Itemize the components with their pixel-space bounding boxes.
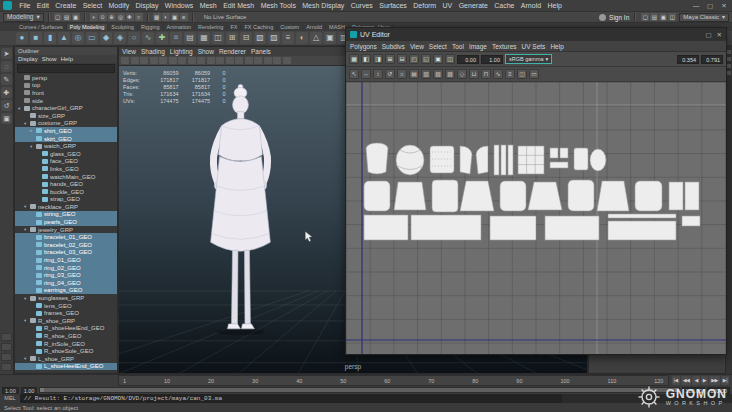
menu-item[interactable]: Create bbox=[52, 2, 79, 9]
uv-menu-item[interactable]: Subdivs bbox=[382, 43, 405, 50]
viewport-menu-item[interactable]: Renderer bbox=[219, 48, 246, 55]
uv-tool-icon[interactable]: ↖ bbox=[349, 69, 359, 79]
menu-set-dropdown[interactable]: Modeling ▾ bbox=[3, 13, 44, 22]
render-icon[interactable]: ◐ bbox=[162, 13, 170, 21]
menu-item[interactable]: Modify bbox=[105, 2, 132, 9]
playback-button[interactable]: ◀◀ bbox=[681, 376, 692, 385]
uv-tool-icon[interactable]: ∿ bbox=[493, 69, 503, 79]
uv-tool-icon[interactable]: ◫ bbox=[517, 69, 527, 79]
menu-item[interactable]: Cache bbox=[491, 2, 518, 9]
time-slider-track[interactable]: 1102030405060708090100110120 bbox=[118, 375, 669, 386]
outliner-row[interactable]: buckle_GEO bbox=[15, 188, 117, 196]
outliner-row[interactable]: R_shoeHeelEnd_GEO bbox=[15, 325, 117, 333]
range-slider-track[interactable] bbox=[39, 387, 680, 393]
uv-display-icon[interactable]: ◫ bbox=[445, 54, 455, 64]
outliner-row[interactable]: R_inSole_GEO bbox=[15, 340, 117, 348]
outliner-row[interactable]: glass_GEO bbox=[15, 150, 117, 158]
toolbox-tool-icon[interactable]: ▣ bbox=[1, 113, 12, 124]
uv-display-icon[interactable]: ▣ bbox=[433, 54, 443, 64]
outliner-row[interactable]: bracelet_02_GEO bbox=[15, 241, 117, 249]
snap-icon[interactable]: ⊕ bbox=[108, 13, 116, 21]
viewport-toolbar-icon[interactable] bbox=[226, 57, 234, 64]
viewport-toolbar-icon[interactable] bbox=[169, 57, 177, 64]
viewport-toolbar-icon[interactable] bbox=[264, 57, 272, 64]
outliner-menu-item[interactable]: Help bbox=[61, 56, 73, 62]
menu-item[interactable]: Mesh Display bbox=[299, 2, 347, 9]
shelf-tab[interactable]: Arnold bbox=[303, 24, 326, 30]
live-surface-status[interactable]: No Live Surface bbox=[204, 14, 247, 20]
toolbox-tool-icon[interactable]: ✚ bbox=[1, 87, 12, 98]
shelf-tab[interactable]: Rigging bbox=[138, 24, 164, 30]
shelf-tab[interactable]: Custom bbox=[277, 24, 303, 30]
render-icon[interactable]: ▦ bbox=[153, 13, 161, 21]
playback-button[interactable]: ◀ bbox=[692, 376, 699, 385]
shelf-tab[interactable]: FX bbox=[227, 24, 241, 30]
status-file-icon[interactable]: ▣ bbox=[72, 13, 80, 21]
exposure-field[interactable]: 0.00 bbox=[457, 55, 479, 64]
toolbox-tool-icon[interactable]: ◌ bbox=[1, 61, 12, 72]
uv-display-icon[interactable]: ▦ bbox=[349, 54, 359, 64]
menu-item[interactable]: Windows bbox=[162, 2, 197, 9]
shelf-tool-icon[interactable]: ⊞ bbox=[226, 32, 238, 44]
status-icon[interactable]: ◫ bbox=[668, 13, 676, 21]
outliner-search-input[interactable] bbox=[18, 65, 114, 72]
outliner-row[interactable]: ring_03_GEO bbox=[15, 271, 117, 279]
command-result-text[interactable]: // Result: E:/storage/GNOMON/DVD/project… bbox=[20, 394, 562, 403]
shelf-tab[interactable]: Sculpting bbox=[108, 24, 138, 30]
shelf-tool-icon[interactable]: ∿ bbox=[142, 32, 154, 44]
uv-tool-icon[interactable]: ⊔ bbox=[469, 69, 479, 79]
shelf-tool-icon[interactable]: ▦ bbox=[198, 32, 210, 44]
shelf-tool-icon[interactable]: ≡ bbox=[282, 32, 294, 44]
uv-menu-item[interactable]: Textures bbox=[492, 43, 517, 50]
snap-icon[interactable]: ⊙ bbox=[99, 13, 107, 21]
outliner-row[interactable]: bracelet_01_GEO bbox=[15, 233, 117, 241]
snap-icon[interactable]: ⌖ bbox=[90, 13, 98, 21]
playback-start-field[interactable]: 1.00 bbox=[21, 387, 38, 394]
viewport-toolbar-icon[interactable] bbox=[188, 57, 196, 64]
uv-display-icon[interactable]: ◱ bbox=[421, 54, 431, 64]
outliner-menu-item[interactable]: Show bbox=[42, 56, 57, 62]
shelf-tool-icon[interactable]: ◐ bbox=[296, 32, 308, 44]
outliner-row[interactable]: R_shoeSole_GEO bbox=[15, 347, 117, 355]
shelf-tool-icon[interactable]: ◆ bbox=[100, 32, 112, 44]
sidebar-toggle-icon[interactable] bbox=[727, 50, 731, 54]
menu-item[interactable]: Mesh Tools bbox=[257, 2, 299, 9]
outliner-row[interactable]: links_GEO bbox=[15, 165, 117, 173]
shelf-tool-icon[interactable]: ▲ bbox=[58, 32, 70, 44]
outliner-row[interactable]: front bbox=[15, 89, 117, 97]
user-avatar-icon[interactable] bbox=[599, 14, 606, 21]
shelf-tab[interactable]: Rendering bbox=[195, 24, 227, 30]
uv-tool-icon[interactable]: ↕ bbox=[373, 69, 383, 79]
uv-coord-v-field[interactable]: 0.791 bbox=[701, 55, 723, 64]
uv-menu-item[interactable]: Select bbox=[429, 43, 447, 50]
status-file-icon[interactable]: ▢ bbox=[54, 13, 62, 21]
outliner-row[interactable]: size_GRP bbox=[15, 112, 117, 120]
menu-item[interactable]: Generate bbox=[455, 2, 491, 9]
playback-button[interactable]: ▶▶ bbox=[709, 376, 720, 385]
shelf-tool-icon[interactable]: ■ bbox=[30, 32, 42, 44]
shelf-tool-icon[interactable]: ▭ bbox=[86, 32, 98, 44]
outliner-row[interactable]: skirt_GEO bbox=[15, 135, 117, 143]
outliner-row[interactable]: bracelet_03_GEO bbox=[15, 249, 117, 257]
viewport-toolbar-icon[interactable] bbox=[245, 57, 253, 64]
gamma-field[interactable]: 1.00 bbox=[481, 55, 503, 64]
toolbox-tool-icon[interactable]: ↺ bbox=[1, 100, 12, 111]
sidebar-toggle-icon[interactable] bbox=[727, 57, 731, 61]
viewport-toolbar-icon[interactable] bbox=[131, 57, 139, 64]
view-transform-dropdown[interactable]: sRGB gamma ▾ bbox=[505, 54, 552, 64]
viewport-toolbar-icon[interactable] bbox=[273, 57, 281, 64]
menu-item[interactable]: Help bbox=[544, 2, 565, 9]
outliner-row[interactable]: watchMain_GEO bbox=[15, 173, 117, 181]
uv-display-icon[interactable]: ◨ bbox=[373, 54, 383, 64]
outliner-row[interactable]: ▾ L_shoe_GRP bbox=[15, 355, 117, 363]
snap-icon[interactable]: ✚ bbox=[126, 13, 134, 21]
uv-tool-icon[interactable]: ▥ bbox=[421, 69, 431, 79]
shelf-tool-icon[interactable]: ▮ bbox=[44, 32, 56, 44]
menu-item[interactable]: Arnold bbox=[518, 2, 545, 9]
outliner-row[interactable]: ▾ jewelry_GRP bbox=[15, 226, 117, 234]
mel-mode-toggle[interactable]: MEL bbox=[0, 394, 20, 403]
outliner-row[interactable]: hands_GEO bbox=[15, 180, 117, 188]
uv-tool-icon[interactable]: ↺ bbox=[385, 69, 395, 79]
outliner-row[interactable]: ▸ shirt_GEO bbox=[15, 127, 117, 135]
viewport-toolbar-icon[interactable] bbox=[197, 57, 205, 64]
